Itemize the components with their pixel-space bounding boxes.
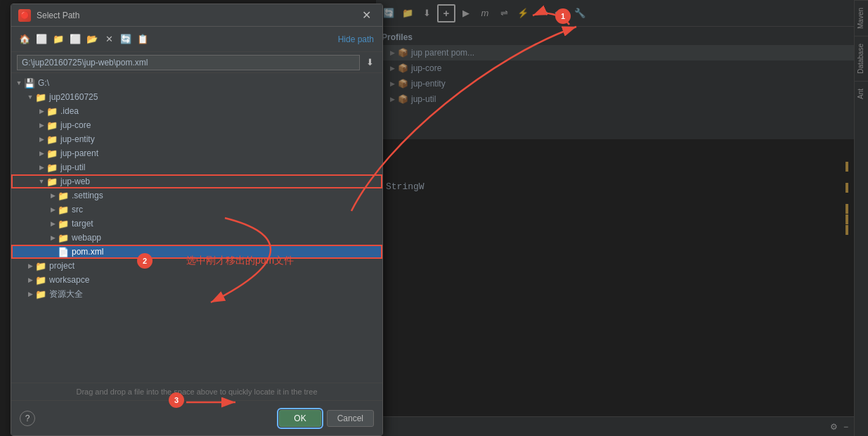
- folder-icon-settings: 📁: [58, 191, 69, 201]
- path-input-row: ⬇: [11, 52, 382, 73]
- target-label: target: [72, 219, 93, 229]
- folder-icon-worksapce: 📁: [35, 275, 46, 286]
- pom-label: pom.xml: [72, 247, 103, 257]
- idea-label: .idea: [60, 106, 79, 116]
- folder-icon-idea: 📁: [46, 106, 58, 117]
- tree-item-idea[interactable]: ▶ 📁 .idea: [11, 104, 382, 118]
- expand-arrow-webapp: ▶: [48, 234, 58, 241]
- jup-web-label: jup-web: [60, 177, 90, 186]
- folder-icon-jup-util: 📁: [46, 162, 58, 173]
- path-input[interactable]: [17, 55, 360, 70]
- tree-item-jup-entity[interactable]: ▶ 📁 jup-entity: [11, 132, 382, 146]
- expand-arrow-jup-util: ▶: [37, 164, 46, 171]
- expand-arrow-project: ▶: [25, 262, 35, 269]
- project-label: project: [49, 261, 75, 271]
- tree-item-jup-parent[interactable]: ▶ 📁 jup-parent: [11, 146, 382, 160]
- expand-arrow-worksapce: ▶: [25, 276, 35, 283]
- expand-arrow-settings: ▶: [48, 192, 58, 199]
- expand-arrow-g: ▼: [14, 79, 24, 86]
- g-drive-label: G:\: [38, 78, 49, 88]
- folder-icon-project: 📁: [35, 261, 46, 271]
- tree-item-target[interactable]: ▶ 📁 target: [11, 217, 382, 231]
- tree-item-jup-util[interactable]: ▶ 📁 jup-util: [11, 160, 382, 174]
- tree-item-jup-core[interactable]: ▶ 📁 jup-core: [11, 118, 382, 132]
- resources-label: 资源大全: [49, 288, 83, 300]
- tree-item-jup-web[interactable]: ▼ 📁 jup-web: [11, 174, 382, 188]
- chinese-annotation: 选中刚才移出的pom文件: [186, 255, 294, 267]
- dialog-title: Select Path: [37, 11, 358, 20]
- tree-item-webapp[interactable]: ▶ 📁 webapp: [11, 231, 382, 245]
- dnd-hint: Drag and drop a file into the space abov…: [11, 383, 382, 400]
- jup-entity-label: jup-entity: [60, 134, 95, 144]
- path-download-btn[interactable]: ⬇: [363, 55, 377, 70]
- expand-arrow-resources: ▶: [25, 290, 35, 297]
- tree-item-resources[interactable]: ▶ 📁 资源大全: [11, 287, 382, 301]
- ok-btn[interactable]: OK: [279, 410, 320, 427]
- expand-arrow-jup-web: ▼: [37, 178, 46, 185]
- tree-item-jup20160725[interactable]: ▼ 📁 jup20160725: [11, 90, 382, 104]
- expand-arrow-src: ▶: [48, 206, 58, 213]
- hide-path-link[interactable]: Hide path: [335, 33, 377, 46]
- folder-icon-webapp: 📁: [58, 233, 69, 243]
- folder-icon-jup-entity: 📁: [46, 134, 58, 145]
- src-label: src: [72, 205, 83, 214]
- dialog-toolbar: 🏠 ⬜ 📁 ⬜ 📂 ✕ 🔄 📋 Hide path: [11, 27, 382, 52]
- jup-util-label: jup-util: [60, 162, 85, 172]
- home-btn[interactable]: 🏠: [17, 32, 32, 47]
- worksapce-label: worksapce: [49, 275, 89, 285]
- cancel-btn[interactable]: Cancel: [327, 410, 374, 427]
- expand-arrow-jup20160725: ▼: [25, 94, 35, 101]
- expand-arrow-idea: ▶: [37, 108, 46, 115]
- folder-icon-jup20160725: 📁: [35, 92, 46, 103]
- annotation-circle-2: 2: [137, 253, 153, 269]
- folder-icon-jup-web: 📁: [46, 177, 58, 187]
- folder-icon-jup-parent: 📁: [46, 148, 58, 159]
- webapp-label: webapp: [72, 233, 101, 243]
- dialog-titlebar: 🔴 Select Path ✕: [11, 4, 382, 27]
- refresh-btn[interactable]: 🔄: [118, 32, 134, 47]
- tree-item-settings[interactable]: ▶ 📁 .settings: [11, 188, 382, 203]
- expand-arrow-jup-entity: ▶: [37, 136, 46, 143]
- dialog-app-icon: 🔴: [18, 9, 31, 22]
- help-btn[interactable]: ?: [20, 411, 35, 426]
- jup20160725-label: jup20160725: [49, 92, 98, 102]
- jup-core-label: jup-core: [60, 120, 91, 130]
- file-icon-pom: 📄: [58, 247, 69, 257]
- tree-item-worksapce[interactable]: ▶ 📁 worksapce: [11, 273, 382, 287]
- delete-btn[interactable]: ✕: [101, 32, 117, 47]
- expand-arrow-target: ▶: [48, 220, 58, 227]
- settings-label: .settings: [72, 191, 103, 200]
- select-path-dialog: 🔴 Select Path ✕ 🏠 ⬜ 📁 ⬜ 📂 ✕ 🔄 📋 Hide pat…: [11, 4, 383, 436]
- tree-item-src[interactable]: ▶ 📁 src: [11, 203, 382, 217]
- folder-icon-jup-core: 📁: [46, 120, 58, 131]
- bookmark-btn[interactable]: 📋: [135, 32, 150, 47]
- drive-icon: 💾: [24, 78, 35, 89]
- folder-icon-resources: 📁: [35, 289, 46, 300]
- expand-arrow-jup-core: ▶: [37, 122, 46, 129]
- jup-parent-label: jup-parent: [60, 148, 98, 158]
- folder2-btn[interactable]: ⬜: [67, 32, 83, 47]
- file-tree[interactable]: ▼ 💾 G:\ ▼ 📁 jup20160725 ▶ 📁 .idea: [11, 73, 382, 383]
- annotation-circle-3: 3: [169, 392, 184, 408]
- folder-icon-src: 📁: [58, 205, 69, 215]
- desktop-btn[interactable]: ⬜: [34, 32, 49, 47]
- tree-item-g-drive[interactable]: ▼ 💾 G:\: [11, 76, 382, 90]
- expand-arrow-jup-parent: ▶: [37, 150, 46, 157]
- new-folder-btn[interactable]: 📂: [84, 32, 100, 47]
- folder-icon-target: 📁: [58, 219, 69, 229]
- open-folder-btn[interactable]: 📁: [51, 32, 66, 47]
- annotation-circle-1: 1: [555, 8, 571, 24]
- dialog-close-btn[interactable]: ✕: [358, 7, 375, 23]
- dialog-footer: ? OK Cancel: [11, 400, 382, 435]
